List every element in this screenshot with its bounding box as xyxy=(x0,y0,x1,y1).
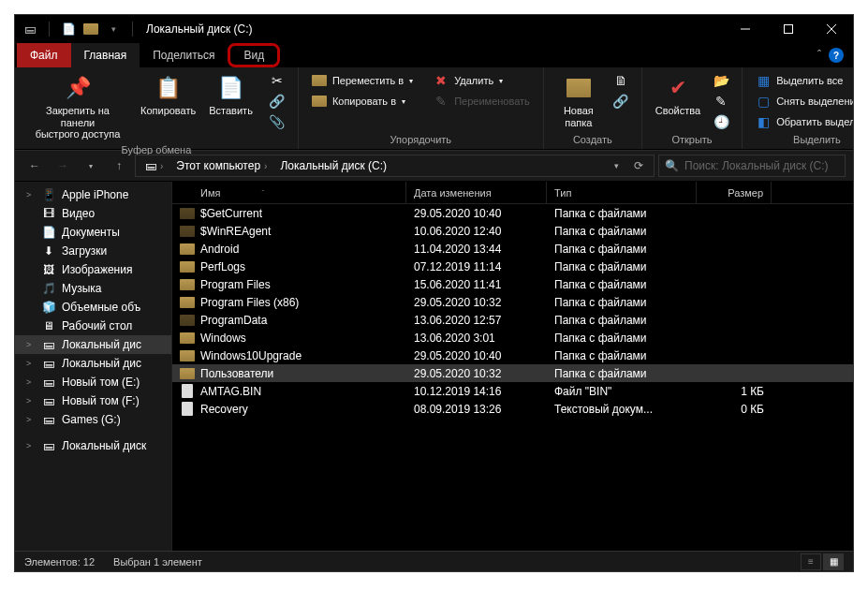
expand-icon[interactable]: > xyxy=(26,396,31,406)
select-all-button[interactable]: ▦Выделить все xyxy=(750,71,854,90)
sidebar-item[interactable]: 🖥Рабочий стол xyxy=(15,317,171,335)
recent-dropdown[interactable]: ▾ xyxy=(79,155,103,177)
cut-button[interactable]: ✂ xyxy=(264,71,290,90)
copy-path-button[interactable]: 🔗 xyxy=(264,92,290,111)
sidebar-item[interactable]: 📄Документы xyxy=(15,223,171,242)
minimize-button[interactable] xyxy=(724,15,767,43)
file-row[interactable]: Android11.04.2020 13:44Папка с файлами xyxy=(172,240,853,258)
select-none-button[interactable]: ▢Снять выделение xyxy=(750,92,854,111)
maximize-button[interactable] xyxy=(767,15,810,43)
col-type[interactable]: Тип xyxy=(547,182,697,203)
address-bar[interactable]: 🖴 › Этот компьютер › Локальный диск (C:)… xyxy=(135,155,655,177)
file-row[interactable]: Program Files (x86)29.05.2020 10:32Папка… xyxy=(172,293,853,311)
file-date: 10.06.2020 12:40 xyxy=(406,225,547,238)
col-date[interactable]: Дата изменения xyxy=(406,182,547,203)
sidebar-item[interactable]: >🖴Games (G:) xyxy=(15,410,171,429)
move-to-button[interactable]: Переместить в ▾ xyxy=(306,71,419,90)
sidebar-item[interactable]: >🖴Локальный дис xyxy=(15,335,171,354)
file-row[interactable]: Windows13.06.2020 3:01Папка с файлами xyxy=(172,329,853,347)
file-row[interactable]: $GetCurrent29.05.2020 10:40Папка с файла… xyxy=(172,204,853,222)
sidebar-item[interactable]: 🧊Объемные объ xyxy=(15,298,171,317)
file-row[interactable]: ProgramData13.06.2020 12:57Папка с файла… xyxy=(172,311,853,329)
select-none-icon: ▢ xyxy=(756,94,771,109)
delete-button[interactable]: ✖Удалить ▾ xyxy=(428,71,536,90)
file-row[interactable]: $WinREAgent10.06.2020 12:40Папка с файла… xyxy=(172,222,853,240)
paste-button[interactable]: 📄 Вставить xyxy=(203,71,258,119)
disk-icon: 🖴 xyxy=(22,22,37,37)
file-row[interactable]: PerfLogs07.12.2019 11:14Папка с файлами xyxy=(172,258,853,275)
btn-label: Переместить в xyxy=(332,75,404,86)
col-size[interactable]: Размер xyxy=(697,182,772,203)
sidebar-item[interactable]: 🎵Музыка xyxy=(15,279,171,298)
expand-icon[interactable]: > xyxy=(26,441,31,450)
view-thumb-button[interactable]: ▦ xyxy=(823,553,844,570)
crumb-root-icon[interactable]: 🖴 › xyxy=(140,159,169,172)
file-row[interactable]: Program Files15.06.2020 11:41Папка с фай… xyxy=(172,275,853,293)
sidebar-item[interactable]: >🖴Новый том (F:) xyxy=(15,391,171,410)
close-button[interactable] xyxy=(810,15,853,43)
copy-to-button[interactable]: Копировать в ▾ xyxy=(306,92,419,111)
help-icon[interactable]: ? xyxy=(829,48,844,63)
drive-icon: 🖴 xyxy=(41,356,56,371)
file-name: $GetCurrent xyxy=(200,207,262,220)
file-row[interactable]: Recovery08.09.2019 13:26Текстовый докум.… xyxy=(172,400,853,418)
edit-button[interactable]: ✎ xyxy=(708,92,734,111)
sidebar-label: Games (G:) xyxy=(62,413,121,426)
expand-icon[interactable]: > xyxy=(26,359,31,368)
history-button[interactable]: 🕘 xyxy=(708,112,734,131)
sidebar-item[interactable]: ⬇Загрузки xyxy=(15,242,171,260)
select-invert-button[interactable]: ◧Обратить выделение xyxy=(750,112,854,131)
qat-dropdown-icon[interactable]: ▾ xyxy=(106,22,121,37)
file-row[interactable]: Windows10Upgrade29.05.2020 10:40Папка с … xyxy=(172,347,853,364)
rename-button[interactable]: ✎Переименовать xyxy=(428,92,536,111)
file-date: 08.09.2019 13:26 xyxy=(406,403,547,416)
pin-button[interactable]: 📌 Закрепить на панели быстрого доступа xyxy=(22,71,133,142)
tab-share[interactable]: Поделиться xyxy=(140,43,228,67)
expand-icon[interactable]: > xyxy=(26,190,31,199)
search-input[interactable]: 🔍 Поиск: Локальный диск (C:) xyxy=(658,155,846,177)
view-details-button[interactable]: ≡ xyxy=(801,553,821,570)
up-button[interactable]: ↑ xyxy=(107,155,131,177)
expand-icon[interactable]: > xyxy=(26,415,31,424)
file-type: Папка с файлами xyxy=(547,332,697,345)
copy-qat-icon[interactable]: 📄 xyxy=(61,22,76,37)
sidebar-item[interactable]: >🖴Новый том (E:) xyxy=(15,373,171,391)
sidebar-item[interactable]: 🎞Видео xyxy=(15,204,171,223)
tab-file[interactable]: Файл xyxy=(17,43,71,67)
collapse-ribbon-icon[interactable]: ˆ xyxy=(817,49,821,62)
back-button[interactable]: ← xyxy=(22,155,47,177)
sidebar-label: Видео xyxy=(62,207,95,220)
crumb-pc[interactable]: Этот компьютер › xyxy=(170,159,272,172)
copy-label: Копировать xyxy=(140,105,196,117)
copy-button[interactable]: 📋 Копировать xyxy=(135,71,201,119)
tab-view[interactable]: Вид xyxy=(228,43,280,67)
easy-access-button[interactable]: 🔗 xyxy=(608,92,634,111)
open-button[interactable]: 📂 xyxy=(708,71,734,90)
addr-dropdown-icon[interactable]: ▾ xyxy=(605,155,627,176)
paste-short-button[interactable]: 📎 xyxy=(264,112,290,131)
select-all-icon: ▦ xyxy=(756,73,771,88)
forward-button[interactable]: → xyxy=(51,155,75,177)
expand-icon[interactable]: > xyxy=(26,377,31,387)
drive-icon: 🖴 xyxy=(41,438,56,453)
sidebar-item[interactable]: >🖴Локальный дис xyxy=(15,354,171,373)
new-item-button[interactable]: 🗎 xyxy=(608,71,634,90)
file-size: 1 КБ xyxy=(697,385,772,398)
sidebar-item[interactable]: >📱Apple iPhone xyxy=(15,185,171,204)
properties-button[interactable]: ✔ Свойства xyxy=(650,71,706,119)
crumb-disk[interactable]: Локальный диск (C:) xyxy=(274,159,392,172)
new-folder-button[interactable]: Новая папка xyxy=(552,71,606,130)
expand-icon[interactable]: > xyxy=(26,340,31,349)
group-label: Выделить xyxy=(750,132,854,145)
folder-qat-icon[interactable] xyxy=(83,22,98,37)
file-row[interactable]: Пользователи29.05.2020 10:32Папка с файл… xyxy=(172,364,853,382)
col-name[interactable]: Имя ˆ xyxy=(172,182,406,203)
refresh-icon[interactable]: ⟳ xyxy=(627,155,650,176)
sidebar-item[interactable]: 🖼Изображения xyxy=(15,260,171,279)
folder-icon xyxy=(180,208,195,219)
file-row[interactable]: AMTAG.BIN10.12.2019 14:16Файл "BIN"1 КБ xyxy=(172,382,853,400)
pin-icon: 📌 xyxy=(63,73,93,103)
sidebar-label: Объемные объ xyxy=(62,301,140,314)
tab-home[interactable]: Главная xyxy=(71,43,140,67)
sidebar-item[interactable]: >🖴Локальный диск xyxy=(15,436,171,455)
